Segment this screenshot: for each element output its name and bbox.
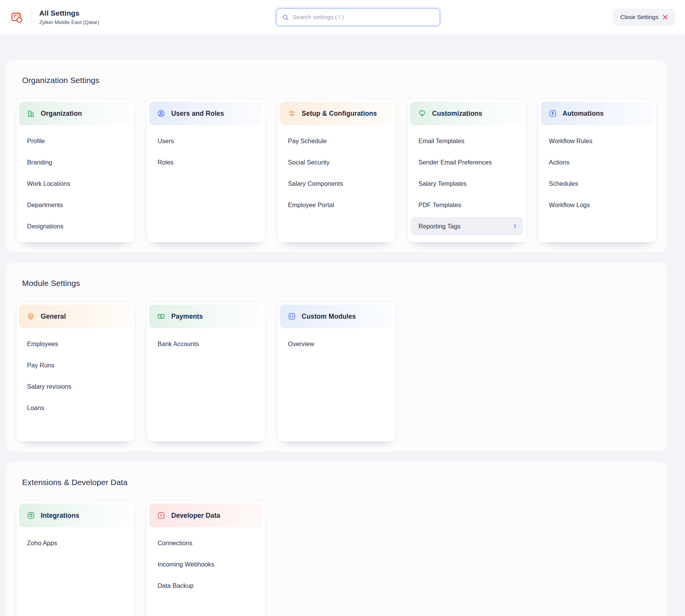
close-settings-button[interactable]: Close Settings: [613, 9, 675, 26]
card-item-list: Email TemplatesSender Email PreferencesS…: [408, 128, 526, 237]
search-input[interactable]: [293, 9, 434, 26]
card-item-list: ConnectionsIncoming WebhooksData Backup: [147, 530, 265, 596]
card-developer-data: Developer DataConnectionsIncoming Webhoo…: [146, 501, 265, 616]
settings-link-employee-portal[interactable]: Employee Portal: [277, 194, 395, 215]
item-label: Connections: [157, 539, 192, 547]
card-item-list: Zoho Apps: [16, 530, 134, 554]
settings-link-salary-templates[interactable]: Salary Templates: [408, 173, 526, 194]
module-braces-icon: [288, 312, 296, 321]
card-automations: AutomationsWorkflow RulesActionsSchedule…: [538, 99, 657, 243]
settings-link-email-templates[interactable]: Email Templates: [408, 130, 526, 152]
card-item-list: ProfileBrandingWork LocationsDepartments…: [16, 128, 134, 237]
settings-link-sender-email-preferences[interactable]: Sender Email Preferences: [408, 152, 526, 173]
settings-link-social-security[interactable]: Social Security: [277, 152, 395, 173]
item-label: PDF Templates: [418, 201, 461, 209]
settings-link-workflow-rules[interactable]: Workflow Rules: [538, 130, 656, 152]
user-circle-icon: [157, 109, 165, 118]
settings-link-actions[interactable]: Actions: [538, 152, 656, 173]
close-settings-label: Close Settings: [620, 14, 658, 21]
card-title: Integrations: [41, 512, 79, 520]
settings-link-pdf-templates[interactable]: PDF Templates: [408, 194, 526, 215]
card-title: General: [41, 313, 66, 321]
card-title: Users and Roles: [171, 110, 224, 118]
item-label: Profile: [27, 137, 45, 145]
code-icon: [157, 511, 165, 520]
item-label: Salary Templates: [418, 180, 466, 187]
settings-link-pay-schedule[interactable]: Pay Schedule: [277, 130, 395, 152]
settings-link-work-locations[interactable]: Work Locations: [16, 173, 134, 194]
card-item-list: Overview: [277, 331, 395, 354]
settings-link-employees[interactable]: Employees: [16, 333, 134, 354]
item-label: Employee Portal: [288, 201, 334, 209]
settings-link-departments[interactable]: Departments: [16, 194, 134, 215]
search-icon: [282, 14, 289, 21]
card-header-developer-data: Developer Data: [149, 504, 262, 527]
item-label: Salary revisions: [27, 383, 71, 390]
item-label: Zoho Apps: [27, 539, 57, 547]
card-header-automations: Automations: [541, 102, 654, 125]
section-heading: Organization Settings: [22, 76, 657, 85]
layers-icon: [27, 312, 35, 321]
card-title: Setup & Configurations: [302, 110, 377, 118]
item-label: Work Locations: [27, 180, 70, 187]
card-general: GeneralEmployeesPay RunsSalary revisions…: [16, 302, 135, 442]
plug-icon: [27, 511, 35, 520]
settings-content: Organization Settings OrganizationProfil…: [6, 60, 667, 616]
item-label: Reporting Tags: [418, 223, 461, 230]
settings-link-schedules[interactable]: Schedules: [538, 173, 656, 194]
settings-link-reporting-tags[interactable]: Reporting Tags: [411, 217, 523, 235]
settings-link-roles[interactable]: Roles: [147, 152, 265, 173]
item-label: Email Templates: [418, 137, 464, 145]
card-header-users-and-roles: Users and Roles: [149, 102, 262, 125]
card-header-integrations: Integrations: [19, 504, 132, 527]
page-title: All Settings: [39, 9, 99, 18]
item-label: Branding: [27, 159, 52, 166]
paint-pick-icon: [418, 109, 426, 118]
settings-link-zoho-apps[interactable]: Zoho Apps: [16, 532, 134, 554]
card-title: Customizations: [432, 110, 482, 118]
close-x-icon: [663, 14, 668, 20]
settings-link-loans[interactable]: Loans: [16, 397, 134, 418]
item-label: Pay Runs: [27, 362, 54, 369]
settings-search[interactable]: [276, 8, 440, 26]
card-item-list: Workflow RulesActionsSchedulesWorkflow L…: [538, 128, 656, 215]
section-extensions-developer-data: Extensions & Developer Data Integrations…: [6, 462, 667, 616]
section-organization-settings: Organization Settings OrganizationProfil…: [6, 60, 667, 252]
settings-link-workflow-logs[interactable]: Workflow Logs: [538, 194, 656, 215]
card-header-custom-modules: Custom Modules: [280, 305, 393, 328]
item-label: Employees: [27, 340, 58, 348]
item-label: Workflow Rules: [549, 137, 592, 145]
settings-link-branding[interactable]: Branding: [16, 152, 134, 173]
card-header-general: General: [19, 305, 132, 328]
card-title: Automations: [563, 110, 604, 118]
item-label: Workflow Logs: [549, 201, 590, 209]
settings-link-users[interactable]: Users: [147, 130, 265, 152]
item-label: Overview: [288, 340, 314, 348]
settings-link-salary-components[interactable]: Salary Components: [277, 173, 395, 194]
card-organization: OrganizationProfileBrandingWork Location…: [16, 99, 135, 243]
item-label: Actions: [549, 159, 570, 166]
card-title: Developer Data: [171, 512, 220, 520]
section-heading: Extensions & Developer Data: [22, 478, 657, 487]
settings-link-salary-revisions[interactable]: Salary revisions: [16, 376, 134, 397]
card-item-list: Pay ScheduleSocial SecuritySalary Compon…: [277, 128, 395, 215]
card-setup-configurations: Setup & ConfigurationsPay ScheduleSocial…: [277, 99, 396, 243]
settings-link-overview[interactable]: Overview: [277, 333, 395, 354]
section-module-settings: Module Settings GeneralEmployeesPay Runs…: [6, 263, 667, 452]
settings-link-designations[interactable]: Designations: [16, 215, 134, 237]
settings-link-profile[interactable]: Profile: [16, 130, 134, 152]
card-item-list: Bank Accounts: [147, 331, 265, 354]
settings-link-connections[interactable]: Connections: [147, 532, 265, 554]
settings-link-bank-accounts[interactable]: Bank Accounts: [147, 333, 265, 354]
settings-link-incoming-webhooks[interactable]: Incoming Webhooks: [147, 554, 265, 575]
card-integrations: IntegrationsZoho Apps: [16, 501, 135, 616]
settings-link-pay-runs[interactable]: Pay Runs: [16, 354, 134, 376]
app-logo-icon: [10, 10, 24, 24]
card-title: Custom Modules: [302, 313, 356, 321]
card-header-customizations: Customizations: [410, 102, 523, 125]
item-label: Roles: [157, 159, 173, 166]
settings-link-data-backup[interactable]: Data Backup: [147, 575, 265, 596]
item-label: Designations: [27, 223, 63, 230]
item-label: Sender Email Preferences: [418, 159, 492, 166]
card-customizations: CustomizationsEmail TemplatesSender Emai…: [407, 99, 526, 243]
